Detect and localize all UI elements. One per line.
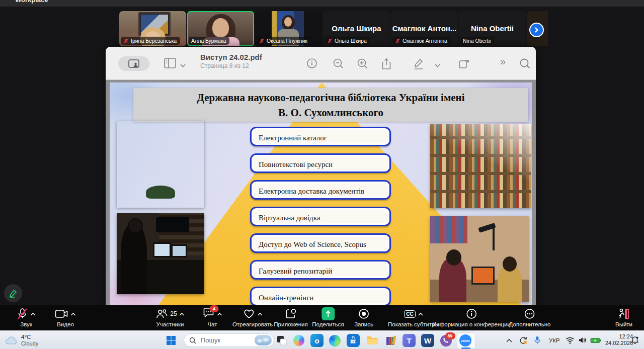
task-view-icon — [276, 335, 287, 346]
captions-control[interactable]: CC Показать субтитры — [388, 307, 439, 327]
start-button[interactable] — [165, 334, 178, 347]
wifi-icon — [566, 337, 575, 344]
tray-show-hidden-icons[interactable] — [506, 331, 513, 349]
outlook-app-button[interactable]: o — [310, 334, 324, 347]
annotate-button[interactable] — [4, 284, 22, 302]
pdf-file-name: Виступ 24.02.pdf — [200, 53, 262, 61]
chevron-up-icon[interactable] — [180, 312, 185, 316]
participants-control[interactable]: 25 Участники — [155, 307, 184, 327]
tray-clock[interactable]: 12:24 24.02.2026 — [605, 331, 633, 349]
participant-display-name: Смаглюк Антон... — [391, 24, 458, 33]
video-tile-participant-3[interactable]: Оксана Плужник — [255, 11, 322, 46]
service-item: Повнотекстові ресурси — [250, 153, 391, 173]
pdf-more-tools-button[interactable]: » — [500, 56, 505, 67]
more-options-control[interactable]: Дополнительно — [509, 307, 551, 327]
video-control[interactable]: Видео — [55, 307, 76, 327]
copilot-button[interactable] — [292, 334, 305, 347]
pdf-zoom-in-button[interactable] — [357, 58, 368, 71]
file-explorer-button[interactable] — [366, 334, 379, 347]
tray-sync-status[interactable] — [519, 331, 528, 349]
apps-control[interactable]: Приложения — [274, 307, 307, 327]
tray-microphone-in-use[interactable] — [534, 331, 541, 349]
video-tile-participant-1[interactable]: Ірина Березанська — [119, 11, 186, 46]
edge-icon — [329, 335, 341, 346]
teams-icon: T — [407, 336, 411, 345]
edge-app-button[interactable] — [328, 334, 341, 347]
pencil-markup-icon — [413, 58, 424, 70]
leave-meeting-control[interactable]: Выйти — [615, 307, 632, 327]
search-highlight-image[interactable] — [255, 335, 272, 345]
audio-tile-participant-6[interactable]: Nina Obertii Nina Obertii — [459, 11, 526, 46]
bell-icon — [631, 336, 639, 344]
chevron-down-icon — [180, 64, 186, 68]
pdf-info-button[interactable] — [306, 58, 317, 71]
participant-name-badge: Ольга Шкира — [325, 37, 370, 45]
meeting-info-control[interactable]: Информация о конференции — [432, 307, 511, 327]
tray-date: 24.02.2026 — [605, 340, 633, 346]
participant-name-badge: Оксана Плужник — [257, 37, 311, 45]
chat-control[interactable]: 4 Чат — [203, 307, 222, 327]
service-item: Доступ до Web of Science, Scopus — [250, 233, 391, 253]
participant-name-badge: Алла Бурмака — [189, 37, 229, 45]
pdf-markup-chevron[interactable] — [435, 61, 440, 70]
viber-app-button[interactable]: 89 — [439, 334, 452, 347]
video-tile-active-speaker[interactable]: Алла Бурмака — [187, 11, 254, 46]
sidebar-panel-icon — [164, 58, 176, 68]
heart-icon — [243, 308, 255, 319]
search-input[interactable] — [200, 336, 251, 344]
participant-display-name: Ольга Шкира — [323, 24, 390, 33]
reading-room-photo — [430, 216, 529, 302]
workspace-title: Workplace — [15, 0, 48, 4]
pdf-view-menu-button[interactable] — [164, 58, 176, 70]
pdf-sidebar-thumbnails-button[interactable] — [118, 56, 149, 71]
audio-tile-participant-4[interactable]: Ольга Шкира Ольга Шкира — [323, 11, 390, 46]
chevron-up-icon[interactable] — [257, 312, 262, 316]
zoom-app-button-active[interactable]: zoom — [457, 332, 475, 349]
tray-wifi[interactable] — [566, 331, 575, 349]
word-app-button[interactable]: W — [421, 334, 434, 347]
viber-icon: 89 — [440, 335, 452, 346]
share-screen-icon — [321, 307, 335, 320]
pdf-markup-button[interactable] — [413, 58, 424, 72]
pdf-share-button[interactable] — [381, 58, 391, 72]
audio-control[interactable]: Звук — [17, 307, 36, 327]
reactions-control[interactable]: Отреагировать — [232, 307, 273, 327]
service-item: Електронна доставка документів — [250, 180, 391, 200]
tray-language-indicator[interactable]: УКР — [549, 331, 560, 349]
microsoft-store-button[interactable] — [347, 334, 360, 347]
pdf-search-button[interactable] — [519, 58, 531, 71]
next-participants-page-button[interactable] — [529, 23, 544, 37]
record-control[interactable]: Запись — [354, 307, 373, 327]
pdf-toolbar: Виступ 24.02.pdf Страница 8 из 12 — [106, 47, 536, 80]
chevron-up-icon[interactable] — [217, 312, 222, 316]
muted-mic-icon — [327, 38, 333, 44]
muted-mic-icon — [123, 38, 129, 44]
chevron-up-icon[interactable] — [31, 312, 36, 316]
chevron-up-icon[interactable] — [418, 312, 423, 316]
participant-name-badge: Смаглюк Антоніна — [392, 37, 451, 45]
share-screen-control[interactable]: Поделиться — [312, 307, 344, 327]
chevron-down-icon — [435, 64, 440, 68]
pdf-view-menu-chevron[interactable] — [180, 61, 186, 70]
pdf-zoom-out-button[interactable] — [333, 58, 344, 71]
tray-time: 12:24 — [605, 333, 633, 340]
tray-battery[interactable] — [590, 331, 601, 349]
taskbar-weather-widget[interactable]: 4°C Cloudy — [5, 331, 38, 349]
bookshelves-photo — [430, 124, 531, 208]
tray-volume[interactable] — [578, 331, 587, 349]
teams-app-button[interactable]: T — [403, 334, 416, 347]
task-view-button[interactable] — [275, 334, 288, 347]
pdf-page-area: Державна науково-педагогічна бібліотека … — [106, 80, 536, 305]
participant-name-badge: Nina Obertii — [460, 37, 494, 45]
audio-tile-participant-5[interactable]: Смаглюк Антон... Смаглюк Антоніна — [391, 11, 458, 46]
taskbar-search-box[interactable] — [184, 333, 274, 347]
info-icon — [306, 58, 317, 69]
pdf-rotate-button[interactable] — [458, 58, 470, 72]
participant-name-badge: Ірина Березанська — [121, 37, 180, 45]
service-item: Електронний каталог — [250, 127, 391, 146]
tray-notifications[interactable] — [631, 331, 639, 349]
winrar-button[interactable] — [384, 334, 397, 347]
service-item: Онлайн-тренінги — [250, 287, 391, 305]
chevron-up-icon[interactable] — [71, 312, 76, 316]
folder-icon — [366, 335, 378, 345]
